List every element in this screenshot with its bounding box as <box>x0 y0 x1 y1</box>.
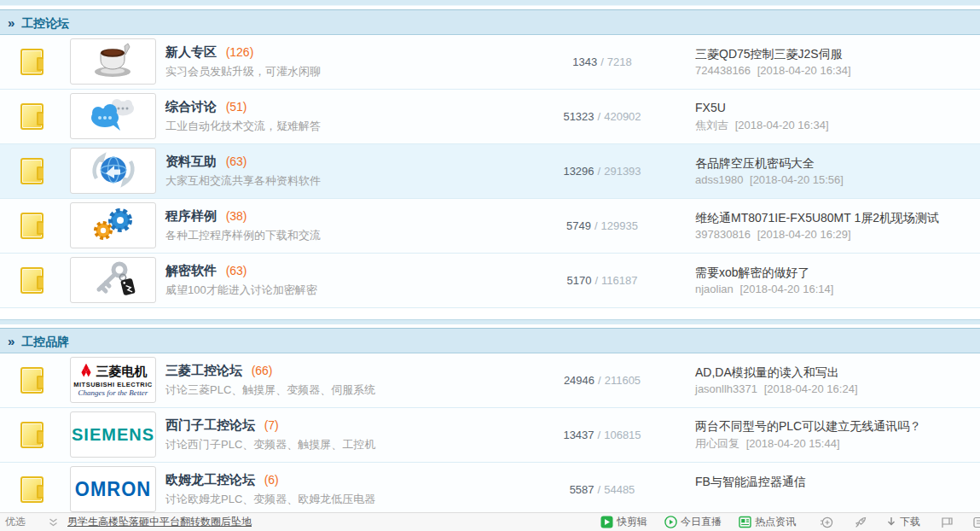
forum-today-count: (38) <box>226 209 247 223</box>
last-post-author-link[interactable]: jasonllh3371 <box>695 382 757 395</box>
forum-image-link[interactable]: OMRON <box>70 466 156 512</box>
stats-separator: / <box>598 110 601 123</box>
forum-row: 程序样例 (38) 各种工控程序样例的下载和交流 5749/129935 维纶通… <box>0 199 980 254</box>
forum-image-link[interactable]: 三菱电机MITSUBISHI ELECTRICChanges for the B… <box>70 357 156 403</box>
speed-ball-icon[interactable] <box>820 516 833 529</box>
forum-name-link[interactable]: 新人专区 <box>165 44 217 59</box>
folder-icon <box>20 103 43 130</box>
stats-separator: / <box>598 429 601 441</box>
live-today-button[interactable]: 今日直播 <box>664 515 722 529</box>
last-post-author-link[interactable]: 397830816 <box>695 228 751 241</box>
folder-icon <box>20 476 43 503</box>
forum-name-link[interactable]: 西门子工控论坛 <box>165 417 255 432</box>
last-post-author-link[interactable]: njaolian <box>695 283 734 295</box>
forum-row: SIEMENS 西门子工控论坛 (7) 讨论西门子PLC、变频器、触摸屏、工控机… <box>0 408 980 463</box>
section-header-brands: »工控品牌 <box>0 328 980 353</box>
last-post-title-link[interactable]: AD,DA模拟量的读入和写出 <box>695 365 975 381</box>
last-post-author-link[interactable]: adss1980 <box>695 173 743 186</box>
last-post-meta: adss1980 [2018-04-20 15:56] <box>695 173 975 186</box>
last-post-title-link[interactable]: 维纶通MT8071IE-FX5U80MT 1屏2机现场测试 <box>695 210 975 226</box>
siemens-icon: SIEMENS <box>72 425 154 445</box>
posts-count: 291393 <box>604 165 641 178</box>
hot-news-button[interactable]: 热点资讯 <box>739 515 796 529</box>
quick-editor-button[interactable]: 快剪辑 <box>600 515 647 529</box>
siemens-logo: SIEMENS <box>72 425 154 445</box>
mitsubishi-icon: 三菱电机MITSUBISHI ELECTRICChanges for the B… <box>73 363 152 397</box>
forum-image-link[interactable]: SIEMENS <box>70 411 156 458</box>
forum-today-count: (126) <box>226 45 254 59</box>
last-post-meta: njaolian [2018-04-20 16:14] <box>695 283 975 295</box>
threads-count: 51323 <box>563 110 594 123</box>
forum-name-link[interactable]: 欧姆龙工控论坛 <box>165 472 255 487</box>
folder-cell <box>0 422 70 448</box>
forum-name-link[interactable]: 程序样例 <box>165 208 217 223</box>
last-post: 各品牌空压机密码大全 adss1980 [2018-04-20 15:56] <box>695 155 980 186</box>
last-post: 需要xob解密的做好了 njaolian [2018-04-20 16:14] <box>695 265 980 295</box>
collapse-chevrons-icon[interactable] <box>49 517 58 528</box>
section-title[interactable]: 工控品牌 <box>21 335 69 348</box>
folder-cell <box>0 49 70 75</box>
last-post-title-link[interactable]: FX5U <box>695 100 975 116</box>
mitsubishi-slogan-text: Changes for the Better <box>73 389 152 397</box>
forum-name-link[interactable]: 综合讨论 <box>165 99 217 114</box>
forum-description: 工业自动化技术交流，疑难解答 <box>165 119 509 134</box>
stats-separator: / <box>598 374 601 387</box>
forum-stats: 13437/106815 <box>509 429 695 441</box>
coffee-icon <box>87 42 140 82</box>
forum-stats: 13296/291393 <box>509 165 695 178</box>
section-header-forums: »工控论坛 <box>0 9 980 35</box>
download-button[interactable]: 下载 <box>886 515 920 529</box>
forum-info: 三菱工控论坛 (66) 讨论三菱PLC、触摸屏、变频器、伺服系统 <box>165 363 509 398</box>
news-headline-link[interactable]: 男学生高楼坠落砸中平台翻转数圈后坠地 <box>67 515 252 529</box>
folder-cell <box>0 103 70 130</box>
forum-info: 综合讨论 (51) 工业自动化技术交流，疑难解答 <box>165 99 509 134</box>
forum-image-link[interactable] <box>70 202 156 248</box>
feedback-flag-icon[interactable] <box>941 516 954 528</box>
forum-name-link[interactable]: 三菱工控论坛 <box>165 363 242 377</box>
forum-image-link[interactable] <box>70 148 156 194</box>
forum-today-count: (51) <box>226 100 247 114</box>
folder-icon <box>20 158 43 184</box>
forum-stats: 24946/211605 <box>509 374 695 387</box>
forum-stats: 5170/116187 <box>509 274 695 287</box>
forum-description: 讨论欧姆龙PLC、变频器、欧姆龙低压电器 <box>165 492 509 507</box>
section-divider-strip <box>0 319 980 324</box>
rocket-icon[interactable] <box>854 516 867 529</box>
forum-stats: 5587/54485 <box>509 483 695 496</box>
folder-cell <box>0 367 70 394</box>
last-post-author-link[interactable]: 焦刘吉 <box>695 119 728 131</box>
last-post-title-link[interactable]: 三菱QD75控制三菱J2S伺服 <box>695 46 975 62</box>
last-post-meta: 724438166 [2018-04-20 16:34] <box>695 64 975 77</box>
last-post-author-link[interactable]: 用心回复 <box>695 437 739 450</box>
edge-clipped-icon[interactable] <box>973 516 980 528</box>
section-title[interactable]: 工控论坛 <box>21 16 69 30</box>
last-post-time: [2018-04-20 15:56] <box>750 173 844 186</box>
last-post-meta: 焦刘吉 [2018-04-20 16:34] <box>695 118 975 133</box>
last-post-author-link[interactable]: 724438166 <box>695 64 751 77</box>
forum-name-link[interactable]: 解密软件 <box>165 263 217 277</box>
toolbar-right-cluster: 快剪辑 今日直播 热点资讯 <box>583 515 980 529</box>
last-post: FB与智能温控器通信 <box>695 474 980 505</box>
forum-name-link[interactable]: 资料互助 <box>165 154 217 168</box>
posts-count: 116187 <box>601 274 637 287</box>
last-post-title-link[interactable]: 各品牌空压机密码大全 <box>695 155 975 172</box>
last-post-time: [2018-04-20 16:34] <box>735 119 829 131</box>
forum-image-link[interactable] <box>70 38 156 85</box>
featured-label: 优选 <box>5 515 26 529</box>
forum-image-link[interactable] <box>70 93 156 139</box>
key-icon <box>89 260 138 301</box>
last-post-title-link[interactable]: 需要xob解密的做好了 <box>695 265 975 281</box>
stats-separator: / <box>594 219 598 232</box>
forum-today-count: (6) <box>264 473 279 487</box>
last-post-title-link[interactable]: FB与智能温控器通信 <box>695 474 975 490</box>
threads-count: 24946 <box>564 374 594 387</box>
folder-icon <box>20 422 43 448</box>
forum-list-brands: 三菱电机MITSUBISHI ELECTRICChanges for the B… <box>0 353 980 517</box>
forum-image-link[interactable] <box>70 257 156 303</box>
forum-row: 三菱电机MITSUBISHI ELECTRICChanges for the B… <box>0 353 980 408</box>
folder-cell <box>0 158 70 184</box>
forum-stats: 5749/129935 <box>509 219 695 232</box>
double-arrow-icon: » <box>8 15 14 30</box>
last-post-meta: jasonllh3371 [2018-04-20 16:24] <box>695 382 975 395</box>
last-post-title-link[interactable]: 两台不同型号的PLC可以建立无线通讯吗？ <box>695 418 975 435</box>
